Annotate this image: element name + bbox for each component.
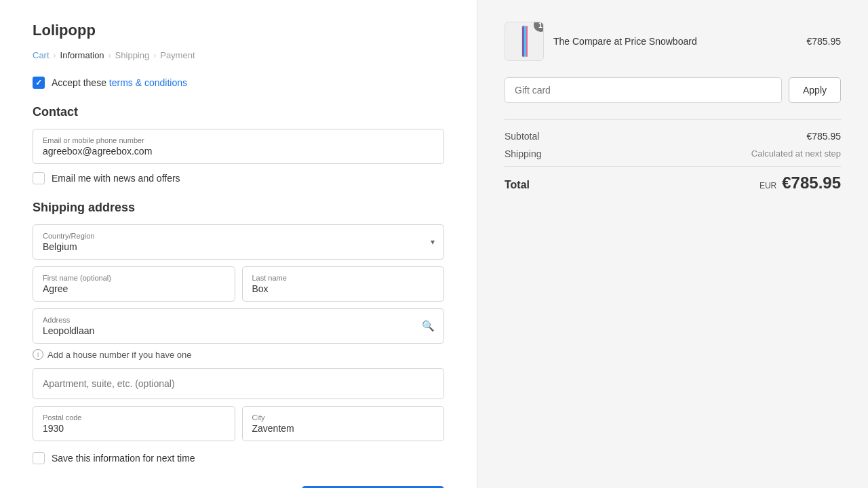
country-select-wrapper: Country/Region Belgium ▾ — [33, 224, 444, 260]
first-name-input[interactable] — [43, 283, 225, 294]
postal-city-row: Postal code City — [33, 406, 444, 441]
shipping-value: Calculated at next step — [751, 148, 841, 159]
order-item: 1 The Compare at Price Snowboard €785.95 — [505, 22, 841, 61]
total-currency: EUR — [760, 181, 776, 190]
email-input[interactable] — [43, 146, 434, 157]
postal-input[interactable] — [43, 423, 225, 434]
subtotal-label: Subtotal — [505, 131, 539, 142]
address-hint: Add a house number if you have one — [47, 350, 191, 360]
product-name: The Compare at Price Snowboard — [553, 36, 797, 47]
breadcrumb-sep-3: › — [153, 51, 156, 60]
city-label: City — [252, 413, 435, 422]
country-value: Belgium — [43, 241, 434, 252]
contact-section-title: Contact — [33, 105, 444, 119]
product-price: €785.95 — [806, 36, 841, 47]
email-news-checkbox[interactable] — [33, 172, 45, 184]
apt-input[interactable] — [43, 375, 434, 392]
address-label: Address — [43, 316, 434, 324]
terms-checkbox[interactable] — [33, 77, 45, 89]
product-image: 1 — [505, 22, 544, 61]
breadcrumb-sep-1: › — [54, 51, 56, 60]
terms-text: Accept these terms & conditions — [52, 77, 187, 88]
country-label: Country/Region — [43, 232, 434, 240]
right-panel: 1 The Compare at Price Snowboard €785.95… — [477, 0, 868, 488]
svg-rect-3 — [526, 26, 528, 57]
country-field[interactable]: Country/Region Belgium — [33, 224, 444, 260]
terms-link[interactable]: terms & conditions — [109, 77, 187, 88]
svg-rect-2 — [524, 26, 526, 57]
city-field: City — [242, 406, 445, 441]
email-news-label: Email me with news and offers — [52, 173, 180, 184]
breadcrumb-cart[interactable]: Cart — [33, 50, 50, 60]
email-field-wrapper: Email or mobile phone number — [33, 129, 444, 164]
store-logo: Lolipopp — [33, 22, 444, 39]
order-totals: Subtotal €785.95 Shipping Calculated at … — [505, 119, 841, 192]
left-panel: Lolipopp Cart › Information › Shipping ›… — [0, 0, 477, 488]
apt-field — [33, 368, 444, 399]
breadcrumb-payment: Payment — [160, 50, 195, 60]
address-field: Address — [33, 308, 444, 344]
address-field-wrapper: Address 🔍 — [33, 308, 444, 344]
breadcrumb: Cart › Information › Shipping › Payment — [33, 50, 444, 60]
address-hint-row: i Add a house number if you have one — [33, 349, 444, 360]
postal-field: Postal code — [33, 406, 235, 441]
name-row: First name (optional) Last name — [33, 266, 444, 302]
total-row: Total EUR €785.95 — [505, 166, 841, 192]
shipping-label: Shipping — [505, 148, 542, 159]
save-label: Save this information for next time — [52, 453, 195, 464]
shipping-address-title: Shipping address — [33, 201, 444, 215]
snowboard-svg — [514, 24, 534, 58]
terms-row: Accept these terms & conditions — [33, 77, 444, 89]
subtotal-value: €785.95 — [806, 131, 841, 142]
apply-button[interactable]: Apply — [789, 77, 841, 103]
last-name-input[interactable] — [252, 283, 435, 294]
gift-card-input[interactable] — [505, 77, 782, 103]
breadcrumb-sep-2: › — [108, 51, 111, 60]
total-value-wrapper: EUR €785.95 — [760, 174, 841, 192]
breadcrumb-information: Information — [60, 50, 104, 60]
save-checkbox[interactable] — [33, 452, 45, 464]
email-label: Email or mobile phone number — [43, 136, 434, 144]
postal-label: Postal code — [43, 413, 225, 422]
shipping-row: Shipping Calculated at next step — [505, 148, 841, 159]
save-row: Save this information for next time — [33, 452, 444, 464]
last-name-label: Last name — [252, 274, 435, 282]
svg-rect-1 — [522, 26, 524, 57]
last-name-field: Last name — [242, 266, 445, 302]
info-icon: i — [33, 349, 43, 360]
total-amount: €785.95 — [782, 174, 841, 192]
gift-card-row: Apply — [505, 77, 841, 103]
address-input[interactable] — [43, 325, 434, 336]
subtotal-row: Subtotal €785.95 — [505, 131, 841, 142]
product-badge: 1 — [534, 22, 544, 32]
total-label: Total — [505, 179, 530, 191]
breadcrumb-shipping: Shipping — [115, 50, 150, 60]
address-search-icon: 🔍 — [422, 320, 435, 332]
email-news-row: Email me with news and offers — [33, 172, 444, 184]
first-name-field: First name (optional) — [33, 266, 235, 302]
first-name-label: First name (optional) — [43, 274, 225, 282]
city-input[interactable] — [252, 423, 435, 434]
chevron-down-icon: ▾ — [431, 237, 435, 247]
